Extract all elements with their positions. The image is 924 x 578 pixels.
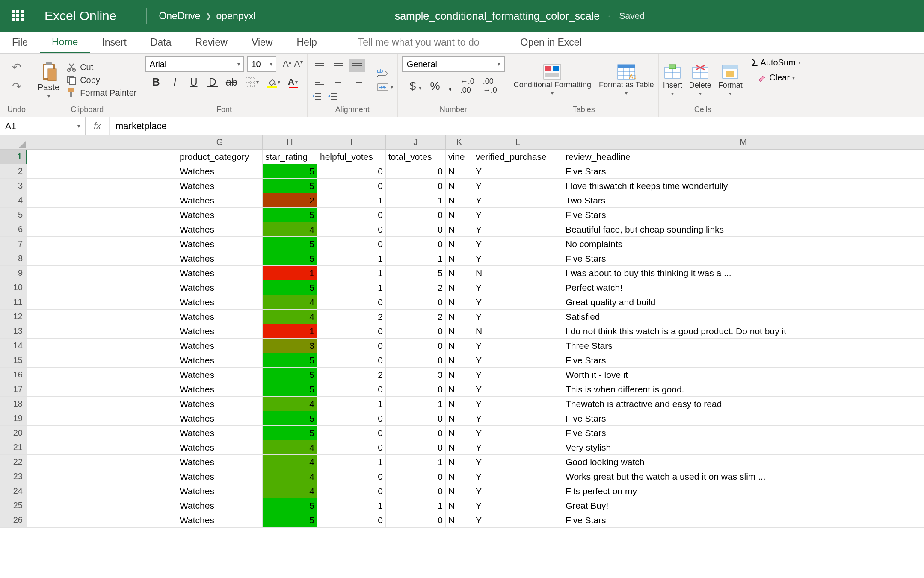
cell[interactable]: Watches — [177, 426, 263, 440]
italic-button[interactable]: I — [169, 76, 181, 88]
double-underline-button[interactable]: D — [207, 77, 218, 87]
cell[interactable]: Works great but the watch a used it on w… — [563, 469, 924, 484]
cell[interactable]: 0 — [386, 513, 446, 528]
decrease-decimal-button[interactable]: .00→.0 — [483, 77, 497, 95]
cell-star-rating[interactable]: 5 — [263, 208, 317, 222]
cell[interactable]: Three Stars — [563, 339, 924, 353]
cell[interactable]: N — [446, 164, 473, 179]
cell[interactable]: N — [446, 251, 473, 266]
tab-help[interactable]: Help — [284, 32, 329, 53]
cut-button[interactable]: Cut — [66, 62, 136, 72]
cell[interactable]: 0 — [317, 484, 386, 498]
cell[interactable]: Y — [473, 237, 563, 251]
cell[interactable] — [27, 382, 177, 397]
breadcrumb-folder[interactable]: openpyxl — [216, 10, 256, 22]
cell[interactable]: 0 — [386, 295, 446, 310]
row-header[interactable]: 21 — [0, 440, 27, 455]
cell[interactable]: 0 — [386, 208, 446, 222]
row-header[interactable]: 6 — [0, 222, 27, 237]
row-header[interactable]: 25 — [0, 498, 27, 513]
col-header-blank[interactable] — [27, 135, 177, 150]
row-header[interactable]: 17 — [0, 382, 27, 397]
cell[interactable]: 1 — [317, 266, 386, 280]
cell[interactable]: 1 — [317, 280, 386, 295]
align-center-button[interactable] — [331, 76, 346, 88]
cell[interactable]: Worth it - love it — [563, 368, 924, 382]
cell[interactable]: Fits perfect on my — [563, 484, 924, 498]
cell-star-rating[interactable]: 5 — [263, 353, 317, 368]
cell[interactable] — [27, 324, 177, 339]
cell[interactable]: vine — [446, 150, 473, 164]
breadcrumb[interactable]: OneDrive ❯ openpyxl — [159, 10, 255, 22]
undo-button[interactable]: ↶ — [12, 61, 21, 74]
cell[interactable]: N — [446, 469, 473, 484]
row-header[interactable]: 16 — [0, 368, 27, 382]
tab-data[interactable]: Data — [139, 32, 184, 53]
cell[interactable]: 0 — [317, 339, 386, 353]
cell[interactable]: Great quality and build — [563, 295, 924, 310]
cell[interactable]: 1 — [386, 251, 446, 266]
cell[interactable]: Great Buy! — [563, 498, 924, 513]
cell[interactable]: 0 — [317, 237, 386, 251]
cell[interactable] — [27, 266, 177, 280]
cell[interactable]: 0 — [386, 222, 446, 237]
cell[interactable]: Y — [473, 513, 563, 528]
tab-view[interactable]: View — [240, 32, 284, 53]
strikethrough-button[interactable]: ab — [226, 76, 237, 88]
cell[interactable]: N — [446, 222, 473, 237]
tab-review[interactable]: Review — [184, 32, 240, 53]
cell[interactable]: Watches — [177, 353, 263, 368]
cell[interactable] — [27, 397, 177, 411]
cell[interactable]: N — [446, 368, 473, 382]
cell-star-rating[interactable]: 5 — [263, 368, 317, 382]
cell[interactable]: Watches — [177, 411, 263, 426]
row-header[interactable]: 26 — [0, 513, 27, 528]
cell[interactable]: Watches — [177, 208, 263, 222]
spreadsheet-grid[interactable]: G H I J K L M 1 product_category star_ra… — [0, 135, 924, 528]
row-header[interactable]: 18 — [0, 397, 27, 411]
align-middle-button[interactable] — [331, 59, 346, 72]
decrease-indent-button[interactable] — [312, 92, 322, 100]
cell[interactable]: 0 — [386, 164, 446, 179]
cell[interactable]: Thewatch is attractive and easy to read — [563, 397, 924, 411]
copy-button[interactable]: Copy — [66, 75, 136, 85]
cell[interactable]: 0 — [317, 513, 386, 528]
autosum-button[interactable]: Σ AutoSum ▾ — [752, 56, 801, 68]
cell[interactable]: Y — [473, 310, 563, 324]
row-header[interactable]: 7 — [0, 237, 27, 251]
cell[interactable]: 1 — [317, 251, 386, 266]
cell[interactable]: N — [446, 353, 473, 368]
cell[interactable]: Watches — [177, 164, 263, 179]
cell[interactable]: 0 — [386, 426, 446, 440]
merge-button[interactable]: ▾ — [377, 82, 393, 92]
cell[interactable]: 0 — [386, 411, 446, 426]
cell[interactable] — [27, 411, 177, 426]
font-size-select[interactable]: 10 ▾ — [247, 56, 276, 72]
cell[interactable]: 0 — [386, 469, 446, 484]
fill-color-button[interactable]: ▾ — [267, 77, 280, 87]
cell[interactable] — [27, 193, 177, 208]
row-header[interactable]: 14 — [0, 339, 27, 353]
cell-star-rating[interactable]: 5 — [263, 513, 317, 528]
font-color-button[interactable]: A ▾ — [288, 77, 298, 88]
cell-star-rating[interactable]: 3 — [263, 339, 317, 353]
cell[interactable]: review_headline — [563, 150, 924, 164]
cell[interactable]: 1 — [386, 397, 446, 411]
cell[interactable]: Five Stars — [563, 251, 924, 266]
document-title[interactable]: sample_conditional_formatting_color_scal… — [395, 10, 600, 22]
cell[interactable]: 2 — [386, 310, 446, 324]
comma-format-button[interactable]: , — [449, 80, 452, 93]
row-header[interactable]: 11 — [0, 295, 27, 310]
col-header-L[interactable]: L — [473, 135, 563, 150]
fx-icon[interactable]: fx — [86, 117, 110, 135]
cell[interactable]: I do not think this watch is a good prod… — [563, 324, 924, 339]
font-family-select[interactable]: Arial ▾ — [145, 56, 244, 72]
tab-insert[interactable]: Insert — [90, 32, 139, 53]
cell[interactable]: N — [446, 484, 473, 498]
row-header[interactable]: 15 — [0, 353, 27, 368]
cell[interactable]: 0 — [386, 382, 446, 397]
cell[interactable]: helpful_votes — [317, 150, 386, 164]
tab-home[interactable]: Home — [40, 32, 90, 53]
row-header[interactable]: 4 — [0, 193, 27, 208]
tell-me-search[interactable]: Tell me what you want to do — [346, 32, 492, 53]
